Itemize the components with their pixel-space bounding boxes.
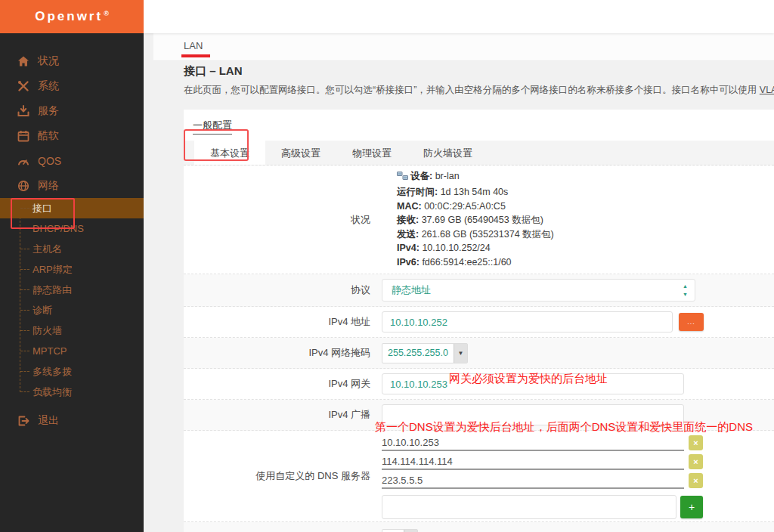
- row-ipv4-broadcast: IPv4 广播: [184, 400, 774, 431]
- calendar-icon: [17, 130, 29, 142]
- sidebar-subitem-firewall[interactable]: 防火墙: [0, 320, 144, 341]
- dns-server-input-1[interactable]: [382, 435, 684, 451]
- network-submenu: 接口 DHCP/DNS 主机名 ARP绑定 静态路由 诊断 防火墙 MPTCP …: [0, 198, 144, 402]
- ipv6-assignment-select[interactable]: 60 ▼: [382, 529, 418, 532]
- more-options-button[interactable]: ...: [679, 313, 704, 331]
- sidebar-item-label: 网络: [38, 179, 59, 193]
- tab-advanced-settings[interactable]: 高级设置: [265, 141, 336, 165]
- dns-server-input-3[interactable]: [382, 472, 684, 489]
- page-title: 接口 – LAN: [184, 64, 774, 79]
- status-field-name: IPv4:: [397, 243, 420, 253]
- tab-physical-settings[interactable]: 物理设置: [336, 141, 407, 165]
- ipv4-netmask-value: 255.255.255.0: [382, 344, 454, 363]
- dns-server-list: × × × +: [382, 434, 703, 519]
- status-field-value: 10.10.10.252/24: [422, 243, 490, 253]
- row-protocol: 协议 静态地址 ▲▼: [184, 274, 774, 307]
- sidebar-subitem-mptcp[interactable]: MPTCP: [0, 341, 144, 361]
- sidebar-subitem-arp-binding[interactable]: ARP绑定: [0, 259, 144, 280]
- sidebar-item-label: 酷软: [38, 129, 59, 143]
- sidebar-item-services[interactable]: 服务: [0, 98, 144, 123]
- ipv4-gateway-label: IPv4 网关: [184, 377, 382, 391]
- status-field-value: fd66:5914:ee25::1/60: [422, 257, 511, 268]
- sidebar-subitem-hostname[interactable]: 主机名: [0, 239, 144, 259]
- ipv4-gateway-content: [382, 373, 774, 394]
- sidebar-subitem-multiwan-dial[interactable]: 多线多拨: [0, 361, 144, 382]
- home-icon: [17, 55, 29, 67]
- tab-basic-settings[interactable]: 基本设置: [194, 141, 265, 165]
- vlan-link[interactable]: VLAN: [760, 85, 774, 95]
- status-content: 设备: br-lan 运行时间: 1d 13h 54m 40s MAC: 00:…: [382, 169, 774, 269]
- status-field-value: br-lan: [435, 171, 460, 181]
- bridge-device-icon: [397, 171, 408, 185]
- dns-entry: ×: [382, 453, 703, 472]
- sidebar-item-network[interactable]: 网络: [0, 173, 144, 198]
- sidebar-item-system[interactable]: 系统: [0, 73, 144, 98]
- remove-dns-button[interactable]: ×: [689, 473, 703, 488]
- sidebar-item-label: 退出: [38, 414, 59, 428]
- sidebar-item-label: 系统: [38, 79, 59, 93]
- sidebar-subitem-dhcp-dns[interactable]: DHCP/DNS: [0, 218, 144, 239]
- interface-status-info: 设备: br-lan 运行时间: 1d 13h 54m 40s MAC: 00:…: [397, 169, 554, 269]
- ipv4-broadcast-input[interactable]: [382, 404, 684, 425]
- sidebar-item-label: 状况: [38, 54, 59, 68]
- ipv4-address-input[interactable]: [382, 311, 673, 332]
- ipv4-broadcast-label: IPv4 广播: [184, 408, 382, 422]
- row-ipv4-gateway: IPv4 网关: [184, 369, 774, 400]
- remove-dns-button[interactable]: ×: [689, 435, 703, 450]
- subitem-label: 防火墙: [33, 324, 62, 338]
- protocol-select[interactable]: 静态地址 ▲▼: [382, 279, 695, 302]
- status-field-value: 37.69 GB (65490453 数据包): [422, 215, 543, 225]
- subitem-label: 接口: [33, 202, 52, 215]
- sidebar-subitem-diagnostics[interactable]: 诊断: [0, 300, 144, 320]
- tab-lan-label: LAN: [184, 40, 203, 51]
- sidebar-item-qos[interactable]: QOS: [0, 148, 144, 173]
- ipv6-assignment-content: 60 ▼: [382, 522, 774, 532]
- ipv4-netmask-select[interactable]: 255.255.255.0 ▼: [382, 343, 468, 363]
- sidebar-item-label: 服务: [38, 104, 59, 118]
- status-field-name: MAC:: [397, 201, 422, 212]
- remove-dns-button[interactable]: ×: [689, 454, 703, 469]
- globe-icon: [17, 180, 29, 192]
- status-line-ipv4: IPv4: 10.10.10.252/24: [397, 241, 554, 255]
- status-line-rx: 接收: 37.69 GB (65490453 数据包): [397, 213, 554, 227]
- subitem-label: 负载均衡: [33, 385, 72, 399]
- sidebar-subitem-interfaces[interactable]: 接口: [0, 198, 144, 218]
- active-tab-underline: [181, 54, 210, 57]
- page: Openwrt® 状况 系统 服务 酷软 QOS: [0, 0, 774, 532]
- chevron-down-icon: ▼: [454, 344, 467, 363]
- page-description: 在此页面，您可以配置网络接口。您可以勾选“桥接接口”，并输入由空格分隔的多个网络…: [184, 84, 774, 97]
- status-field-value: 261.68 GB (535231374 数据包): [422, 229, 554, 240]
- subitem-label: 多线多拨: [33, 365, 72, 379]
- sidebar-item-status[interactable]: 状况: [0, 48, 144, 73]
- download-tray-icon: [17, 105, 29, 117]
- sidebar-subitem-load-balancing[interactable]: 负载均衡: [0, 382, 144, 402]
- ipv4-gateway-input[interactable]: [382, 373, 684, 394]
- sidebar-item-label: QOS: [38, 155, 61, 167]
- subitem-label: 静态路由: [33, 283, 72, 297]
- status-line-tx: 发送: 261.68 GB (535231374 数据包): [397, 227, 554, 242]
- tools-icon: [17, 80, 29, 92]
- dns-server-input-new[interactable]: [382, 495, 676, 519]
- protocol-label: 协议: [184, 283, 382, 297]
- sidebar-item-logout[interactable]: 退出: [0, 408, 144, 433]
- status-line-ipv6: IPv6: fd66:5914:ee25::1/60: [397, 255, 554, 270]
- interface-tab-bar: LAN: [153, 33, 774, 61]
- row-ipv4-address: IPv4 地址 ...: [184, 307, 774, 338]
- status-field-name: 接收:: [397, 215, 419, 225]
- dns-server-input-2[interactable]: [382, 453, 684, 470]
- logo-text: Openwrt: [35, 9, 103, 24]
- sidebar-subitem-static-routes[interactable]: 静态路由: [0, 280, 144, 300]
- ipv4-broadcast-content: [382, 404, 774, 425]
- status-field-name: 设备:: [410, 171, 432, 181]
- tab-firewall-settings[interactable]: 防火墙设置: [407, 141, 488, 165]
- sidebar-item-koolshare[interactable]: 酷软: [0, 123, 144, 148]
- subitem-label: ARP绑定: [33, 263, 73, 277]
- row-status: 状况 设备: br-lan 运行时间: 1d 13h 54m 40s MAC: …: [184, 165, 774, 274]
- general-config-card: 一般配置 基本设置 高级设置 物理设置 防火墙设置 状况 设备: br-lan …: [184, 110, 774, 532]
- protocol-value: 静态地址: [392, 283, 431, 297]
- add-dns-button[interactable]: +: [680, 496, 703, 518]
- tab-lan[interactable]: LAN: [184, 33, 203, 51]
- sidebar-nav: 状况 系统 服务 酷软 QOS 网络: [0, 33, 144, 433]
- ipv4-address-label: IPv4 地址: [184, 315, 382, 329]
- dns-entry: ×: [382, 472, 703, 490]
